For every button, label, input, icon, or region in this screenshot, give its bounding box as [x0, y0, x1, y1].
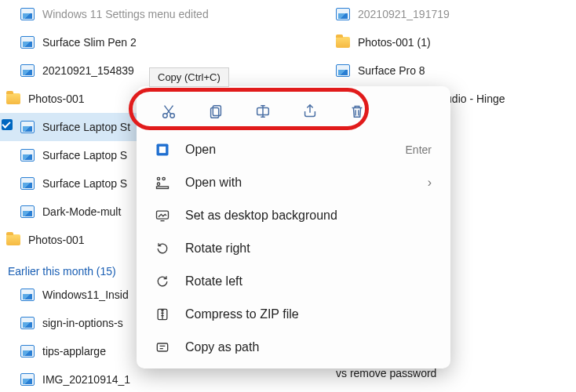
- open-icon: [154, 141, 171, 158]
- file-label: tips-applarge: [42, 345, 106, 358]
- image-file-icon: [20, 288, 35, 302]
- svg-point-9: [157, 183, 159, 185]
- file-label: sign-in-options-s: [42, 317, 123, 329]
- svg-point-8: [162, 177, 165, 180]
- menu-item-path[interactable]: Copy as path: [137, 331, 450, 364]
- delete-icon: [348, 103, 366, 122]
- svg-rect-6: [159, 147, 166, 153]
- menu-item-label: Compress to ZIP file: [185, 307, 299, 321]
- rot-r-icon: [154, 240, 171, 257]
- folder-icon: [6, 92, 20, 106]
- rename-button[interactable]: [248, 99, 278, 125]
- image-file-icon: [20, 205, 35, 219]
- folder-icon: [336, 35, 350, 49]
- copy-button[interactable]: [201, 99, 231, 125]
- menu-item-zip[interactable]: Compress to ZIP file: [137, 298, 450, 331]
- image-file-icon: [20, 64, 35, 78]
- file-label: Photos-001: [28, 93, 85, 105]
- menu-item-bg[interactable]: Set as desktop background: [137, 199, 450, 232]
- svg-point-7: [157, 177, 159, 180]
- quick-actions-row: [137, 94, 450, 133]
- menu-item-openwith[interactable]: Open with ›: [137, 166, 450, 199]
- menu-item-label: Open with: [185, 176, 242, 190]
- cut-button[interactable]: [154, 99, 184, 125]
- file-label: Photos-001 (1): [358, 36, 431, 49]
- file-label: vs remove password: [336, 367, 436, 379]
- svg-rect-10: [157, 187, 169, 189]
- path-icon: [154, 339, 171, 356]
- copy-icon: [207, 103, 224, 122]
- file-item[interactable]: g on Windows 11 X: [298, 387, 576, 392]
- menu-item-label: Copy as path: [185, 340, 259, 354]
- zip-icon: [154, 306, 171, 323]
- image-file-icon: [20, 120, 35, 134]
- menu-item-rot-l[interactable]: Rotate left: [137, 265, 450, 298]
- bg-icon: [154, 207, 171, 224]
- svg-rect-2: [213, 105, 221, 115]
- file-label: Photos-001: [28, 234, 85, 246]
- file-label: Surface Laptop St: [42, 121, 130, 133]
- file-label: Windows 11 Settings menu edited: [42, 8, 209, 20]
- menu-item-rot-r[interactable]: Rotate right: [137, 232, 450, 265]
- file-label: Windows11_Insid: [42, 289, 129, 301]
- file-label: Dark-Mode-mult: [42, 205, 121, 218]
- chevron-right-icon: ›: [428, 176, 432, 190]
- image-file-icon: [20, 344, 35, 358]
- image-file-icon: [20, 372, 35, 387]
- openwith-icon: [154, 174, 171, 191]
- file-label: Surface Slim Pen 2: [42, 36, 137, 49]
- file-item[interactable]: IMG_20210914_1: [0, 365, 298, 392]
- svg-rect-13: [157, 343, 167, 351]
- file-item[interactable]: 20210921_191719: [298, 0, 576, 28]
- file-label: 20210921_191719: [358, 8, 450, 20]
- file-item[interactable]: Photos-001 (1): [298, 28, 576, 56]
- menu-item-label: Rotate left: [185, 274, 242, 289]
- copy-tooltip: Copy (Ctrl+C): [149, 67, 229, 87]
- file-label: IMG_20210914_1: [42, 373, 130, 386]
- rot-l-icon: [154, 273, 171, 290]
- menu-item-label: Rotate right: [185, 241, 250, 256]
- menu-item-label: Set as desktop background: [185, 209, 337, 223]
- menu-item-open[interactable]: Open Enter: [137, 133, 450, 166]
- file-item[interactable]: Windows 11 Settings menu edited: [0, 0, 298, 28]
- image-file-icon: [20, 176, 35, 191]
- file-label: Surface Pro 8: [358, 64, 425, 77]
- image-file-icon: [336, 7, 350, 21]
- menu-item-label: Open: [185, 143, 216, 157]
- rename-icon: [254, 103, 272, 122]
- context-menu: Open Enter Open with › Set as desktop ba…: [137, 86, 450, 368]
- share-button[interactable]: [295, 99, 325, 125]
- image-file-icon: [336, 64, 350, 78]
- cut-icon: [160, 103, 177, 122]
- file-label: Surface Laptop S: [42, 177, 127, 190]
- share-icon: [301, 103, 319, 122]
- image-file-icon: [20, 148, 35, 162]
- file-item[interactable]: Surface Pro 8: [298, 56, 576, 85]
- menu-hint: Enter: [406, 143, 432, 156]
- file-label: 20210921_154839: [42, 64, 134, 77]
- image-file-icon: [20, 7, 35, 21]
- delete-button[interactable]: [342, 99, 372, 125]
- file-item[interactable]: Surface Slim Pen 2: [0, 28, 298, 56]
- folder-icon: [6, 233, 20, 247]
- image-file-icon: [20, 316, 35, 330]
- file-label: Surface Laptop S: [42, 149, 127, 162]
- image-file-icon: [20, 35, 35, 49]
- svg-rect-3: [211, 107, 219, 118]
